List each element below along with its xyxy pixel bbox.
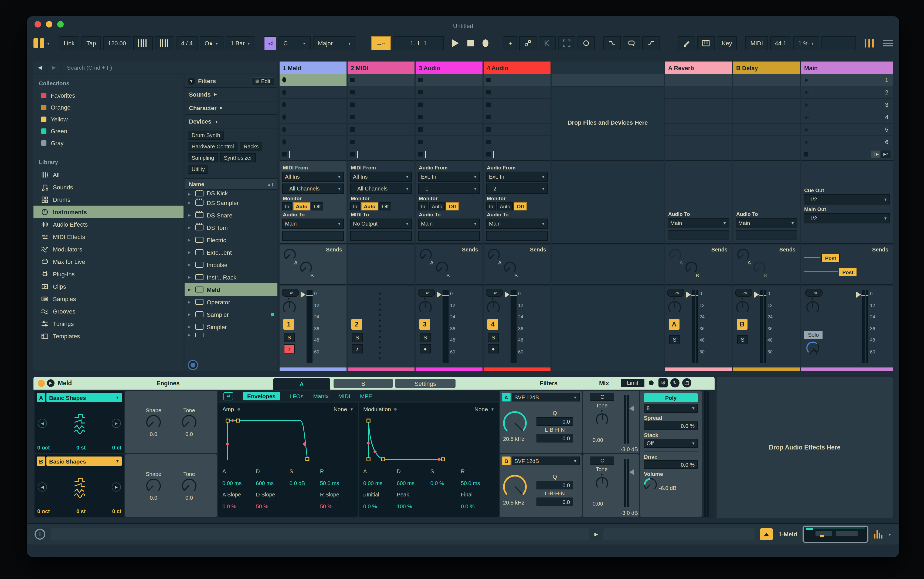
clip-slot[interactable]: [484, 136, 551, 149]
tone-knob[interactable]: [182, 415, 196, 429]
scene-row[interactable]: ▶6: [801, 136, 893, 149]
clip-slot[interactable]: [280, 136, 347, 149]
volume-display[interactable]: −∞: [486, 289, 503, 297]
track-header[interactable]: 2 MIDI: [348, 62, 414, 74]
list-item[interactable]: ▶Operator: [185, 296, 277, 308]
count-in-icon[interactable]: [155, 36, 174, 50]
sidebar-item-clips[interactable]: Clips: [33, 280, 183, 293]
mod-env-target-select[interactable]: None▼: [474, 406, 494, 412]
amp-envelope-graph[interactable]: [222, 413, 353, 463]
monitor-off-button[interactable]: Off: [514, 202, 527, 211]
output-channel-box[interactable]: [668, 231, 729, 240]
filter-a-gain-value[interactable]: -3.0 dB: [621, 446, 638, 452]
octave-control[interactable]: 0 oct: [37, 445, 50, 451]
list-item[interactable]: ▶Electric: [185, 234, 277, 246]
output-type-select[interactable]: Main▼: [418, 219, 480, 229]
release-value[interactable]: 50.0 ms: [320, 480, 353, 486]
hot-swap-icon[interactable]: ↻: [671, 378, 680, 388]
sidebar-item-tunings[interactable]: Tunings: [33, 317, 183, 330]
time-signature-field[interactable]: 4 / 4: [176, 36, 198, 50]
output-type-select[interactable]: No Output▼: [350, 219, 412, 229]
stop-all-clips-slot[interactable]: [348, 149, 414, 161]
tag-utility[interactable]: Utility: [188, 165, 209, 174]
filter-b-gain-value[interactable]: -3.0 dB: [621, 510, 638, 516]
fade-button[interactable]: [642, 36, 659, 50]
clip-slot[interactable]: [280, 86, 347, 99]
main-solo-button[interactable]: Solo: [804, 331, 823, 339]
output-meter-icon[interactable]: [874, 530, 882, 538]
cent-control[interactable]: 0 ct: [112, 445, 121, 451]
return-activator[interactable]: A: [669, 319, 680, 330]
clip-slot[interactable]: [415, 99, 482, 111]
tone-knob[interactable]: [182, 478, 196, 493]
track-activator[interactable]: 1: [283, 319, 294, 330]
sidebar-item-plug-ins[interactable]: Plug-Ins: [33, 268, 183, 280]
sidebar-item-samples[interactable]: Samples: [33, 293, 183, 305]
clip-slot[interactable]: [348, 111, 414, 124]
volume-fader-handle[interactable]: [301, 291, 306, 298]
device-chain-preview[interactable]: [803, 525, 868, 543]
list-item[interactable]: ▶Instr...Rack: [185, 271, 277, 283]
clip-slot[interactable]: [484, 124, 551, 136]
filter-a-tone-value[interactable]: 0.00: [593, 437, 603, 443]
prev-preset-button[interactable]: ◀: [38, 483, 47, 492]
attack-slope-value[interactable]: 0.0 %: [222, 504, 256, 509]
input-type-select[interactable]: All Ins▼: [350, 172, 412, 182]
automation-mode-button[interactable]: [603, 36, 621, 50]
list-item[interactable]: ▶DS Snare: [185, 209, 277, 221]
volume-fader-handle[interactable]: [754, 291, 759, 298]
engine-a-preset-select[interactable]: Basic Shapes▼: [46, 393, 122, 402]
solo-button[interactable]: S: [488, 333, 499, 342]
new-midi-track-button[interactable]: +: [504, 36, 517, 50]
collection-gray[interactable]: Gray: [33, 137, 183, 149]
browser-back-button[interactable]: ◀: [33, 62, 46, 74]
monitor-in-button[interactable]: In: [486, 202, 496, 211]
list-item[interactable]: ▶Exte...ent: [185, 246, 277, 258]
send-b-knob[interactable]: [685, 262, 697, 273]
filter-b-q-value[interactable]: 0.0: [536, 481, 573, 489]
monitor-off-button[interactable]: Off: [311, 202, 323, 211]
clip-slot[interactable]: [280, 74, 347, 86]
volume-display[interactable]: −∞: [735, 289, 752, 297]
output-channel-box[interactable]: [736, 231, 797, 240]
octave-control[interactable]: 0 oct: [37, 508, 50, 514]
monitor-auto-button[interactable]: Auto: [497, 202, 513, 211]
tag-racks[interactable]: Racks: [240, 142, 263, 151]
sidebar-item-all[interactable]: All: [33, 168, 183, 181]
session-view-toggle-icon[interactable]: [865, 39, 874, 47]
scene-launch-icon[interactable]: ▶≡: [881, 150, 891, 158]
scene-row[interactable]: ▶3: [801, 99, 893, 111]
tempo-field[interactable]: 120.00: [103, 36, 131, 50]
arm-button[interactable]: ●: [488, 344, 499, 353]
return-header[interactable]: B Delay: [733, 62, 800, 74]
sidebar-item-max-for-live[interactable]: Max for Live: [33, 255, 183, 268]
metronome-icon[interactable]: [133, 36, 152, 50]
follow-button[interactable]: →··: [371, 36, 391, 50]
level-meter[interactable]: [307, 290, 312, 363]
solo-button[interactable]: S: [284, 333, 295, 342]
list-item[interactable]: ▶: [185, 333, 277, 337]
tag-synthesizer[interactable]: Synthesizer: [220, 153, 256, 162]
record-button[interactable]: [483, 39, 489, 47]
volume-display[interactable]: −∞: [282, 289, 299, 297]
input-channel-select[interactable]: 1▼: [418, 183, 480, 194]
filter-a-tone-knob[interactable]: [596, 413, 608, 426]
chevron-down-icon[interactable]: ▼: [46, 41, 50, 45]
device-volume-knob[interactable]: [644, 478, 657, 491]
clip-slot[interactable]: [484, 111, 551, 124]
device-chain-button[interactable]: [760, 528, 773, 540]
poly-mode-button[interactable]: Poly: [644, 393, 698, 402]
output-type-select[interactable]: Main▼: [486, 219, 548, 229]
stop-all-clips-button[interactable]: ❘▶ ▶≡: [801, 149, 893, 161]
output-channel-box[interactable]: [350, 231, 412, 240]
sidebar-item-grooves[interactable]: Grooves: [33, 305, 183, 317]
tab-midi[interactable]: MIDI: [339, 393, 350, 399]
sidebar-item-midi-effects[interactable]: MIDI Effects: [33, 231, 183, 243]
track-header[interactable]: 3 Audio: [415, 62, 482, 74]
scene-row[interactable]: ▶1: [801, 74, 893, 86]
arm-button[interactable]: ●: [420, 344, 431, 353]
tab-engine-b[interactable]: B: [334, 379, 393, 388]
info-icon[interactable]: i: [34, 529, 45, 540]
sidebar-item-instruments[interactable]: Instruments: [33, 206, 183, 218]
edit-filters-button[interactable]: ▦Edit: [252, 77, 274, 85]
